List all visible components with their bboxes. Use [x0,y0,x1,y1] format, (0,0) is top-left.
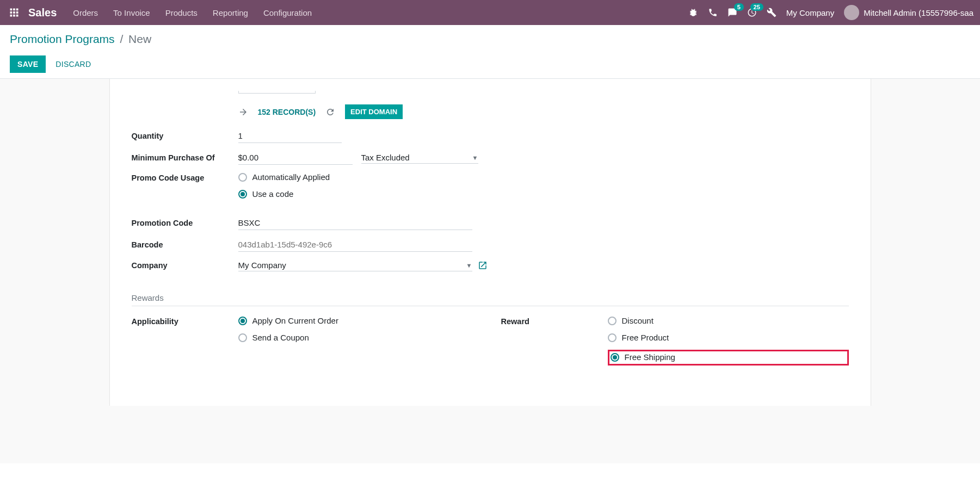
applicability-coupon-radio[interactable]: Send a Coupon [238,333,479,342]
applicability-coupon-label: Send a Coupon [252,333,309,342]
promo-usage-label: Promo Code Usage [132,172,238,182]
svg-rect-3 [10,11,13,14]
min-purchase-input[interactable] [238,151,353,165]
breadcrumb-current: New [128,33,151,45]
tax-rule-select[interactable]: Tax Excluded ▼ [361,152,478,164]
arrow-right-icon [238,107,248,117]
menu-orders[interactable]: Orders [73,8,98,17]
external-link-icon[interactable] [478,261,488,270]
promo-usage-auto-label: Automatically Applied [252,172,330,182]
company-select[interactable]: My Company ▼ [238,259,472,271]
reward-free-product-radio[interactable]: Free Product [608,333,849,342]
records-count-link[interactable]: 152 Record(s) [258,108,316,116]
tax-rule-value: Tax Excluded [361,153,410,162]
tools-icon[interactable] [767,8,776,17]
apps-icon[interactable] [7,8,22,17]
conversations-badge: 5 [734,3,744,11]
brand-title[interactable]: Sales [28,7,57,19]
reward-free-shipping-highlight: Free Shipping [608,350,849,366]
svg-rect-1 [13,9,15,11]
applicability-current-label: Apply On Current Order [252,316,338,325]
menu-reporting[interactable]: Reporting [213,8,248,17]
min-purchase-label: Minimum Purchase Of [132,153,238,162]
promotion-code-label: Promotion Code [132,219,238,227]
barcode-input[interactable] [238,238,472,252]
reward-free-shipping-label: Free Shipping [625,352,675,362]
form-sheet: 152 Record(s) Edit Domain Quantity Minim… [109,79,871,406]
reward-discount-radio[interactable]: Discount [608,316,849,325]
svg-rect-2 [16,9,19,11]
svg-rect-0 [10,9,13,11]
radio-unchecked-icon [238,333,247,342]
menu-configuration[interactable]: Configuration [263,8,312,17]
radio-checked-icon [611,353,619,362]
breadcrumb-parent[interactable]: Promotion Programs [10,33,115,45]
radio-unchecked-icon [608,333,617,342]
avatar [844,5,859,20]
promo-usage-code-radio[interactable]: Use a code [238,189,849,199]
breadcrumb: Promotion Programs / New [10,33,970,46]
svg-rect-8 [16,15,19,17]
company-switcher[interactable]: My Company [786,8,834,17]
domain-preview-box [238,91,316,94]
promo-usage-code-label: Use a code [252,189,294,199]
user-menu[interactable]: Mitchell Admin (15557996-saa [844,5,973,20]
rewards-section-title: Rewards [132,293,849,306]
discard-button[interactable]: Discard [56,60,91,69]
promotion-code-input[interactable] [238,216,472,230]
activities-icon[interactable]: 25 [747,8,757,17]
applicability-current-radio[interactable]: Apply On Current Order [238,316,479,325]
applicability-label: Applicability [132,316,238,326]
chevron-down-icon: ▼ [472,154,478,161]
svg-rect-7 [13,15,15,17]
radio-checked-icon [238,190,247,199]
reward-discount-label: Discount [622,316,654,325]
svg-rect-6 [10,15,13,17]
user-name: Mitchell Admin (15557996-saa [864,8,973,17]
reward-label: Reward [501,316,608,326]
conversations-icon[interactable]: 5 [728,8,737,17]
svg-rect-5 [16,11,19,14]
reward-free-shipping-radio[interactable]: Free Shipping [611,352,675,362]
barcode-label: Barcode [132,240,238,249]
debug-icon[interactable] [688,8,698,17]
top-navbar: Sales Orders To Invoice Products Reporti… [0,0,980,25]
activities-badge: 25 [750,3,763,11]
svg-rect-4 [13,11,15,14]
quantity-input[interactable] [238,129,342,143]
company-label: Company [132,261,238,270]
breadcrumb-sep: / [120,33,123,45]
edit-domain-button[interactable]: Edit Domain [345,104,403,119]
main-menu: Orders To Invoice Products Reporting Con… [73,8,312,17]
quantity-label: Quantity [132,132,238,140]
reward-free-product-label: Free Product [622,333,669,342]
refresh-icon[interactable] [325,107,335,117]
radio-unchecked-icon [238,173,247,182]
save-button[interactable]: Save [10,55,46,73]
phone-icon[interactable] [708,8,718,17]
menu-to-invoice[interactable]: To Invoice [113,8,150,17]
control-panel: Promotion Programs / New Save Discard [0,25,980,79]
radio-checked-icon [238,317,247,325]
promo-usage-auto-radio[interactable]: Automatically Applied [238,172,849,182]
menu-products[interactable]: Products [165,8,198,17]
radio-unchecked-icon [608,317,617,325]
company-value: My Company [238,261,286,270]
chevron-down-icon: ▼ [466,262,472,269]
